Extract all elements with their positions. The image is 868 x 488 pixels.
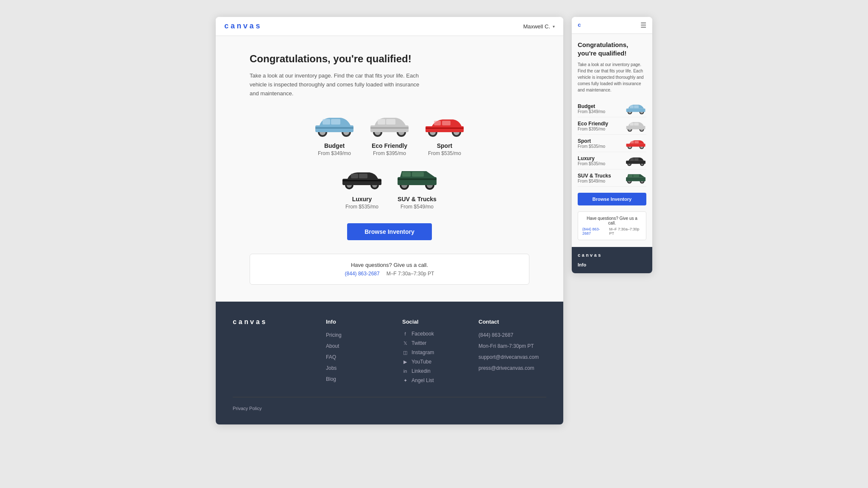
browse-inventory-button[interactable]: Browse Inventory (347, 223, 432, 240)
car-card-luxury: Luxury From $535/mo (339, 165, 385, 210)
mobile-car-info-sport: Sport From $535/mo (578, 138, 605, 149)
svg-rect-28 (342, 179, 381, 185)
car-image-sport (421, 111, 468, 139)
footer-link-facebook[interactable]: Facebook (412, 331, 434, 337)
svg-rect-44 (626, 108, 645, 112)
car-card-suv: SUV & Trucks From $549/mo (394, 165, 440, 210)
svg-rect-23 (426, 128, 464, 129)
mobile-car-name-suv: SUV & Trucks (578, 173, 611, 179)
car-card-sport: Sport From $535/mo (421, 111, 468, 156)
footer-logo-col: canvas (233, 319, 317, 387)
footer-contact-support-email[interactable]: support@drivecanvas.com (479, 354, 539, 360)
mobile-browse-inventory-button[interactable]: Browse Inventory (578, 193, 646, 205)
congrats-description: Take a look at our inventory page. Find … (250, 72, 428, 98)
browser-window: canvas Maxwell C. ▾ Congratulations, you… (216, 17, 563, 424)
footer-col-social: Social fFacebook 𝕏Twitter ◫Instagram ▶Yo… (402, 319, 470, 387)
mobile-contact-box: Have questions? Give us a call. (844) 86… (578, 211, 646, 240)
footer-link-angellist[interactable]: Angel List (412, 377, 434, 383)
svg-rect-22 (442, 121, 451, 125)
mobile-car-price-budget: From $349/mo (578, 109, 605, 114)
svg-rect-29 (351, 174, 358, 178)
mobile-contact-phone[interactable]: (844) 863-2687 (582, 227, 606, 236)
footer-bottom: Privacy Policy (233, 397, 546, 412)
footer-contact-phone[interactable]: (844) 863-2687 (479, 332, 513, 338)
mobile-congrats-desc: Take a look at our inventory page. Find … (578, 61, 646, 93)
mobile-car-price-eco: From $395/mo (578, 127, 608, 131)
footer-link-jobs[interactable]: Jobs (326, 365, 337, 371)
mobile-contact-hours: M–F 7:30a–7:30p PT (609, 227, 642, 236)
mobile-logo: c (578, 22, 582, 28)
footer-info-links: Pricing About FAQ Jobs Blog (326, 331, 394, 383)
contact-details: (844) 863-2687 M–F 7:30a–7:30p PT (260, 271, 519, 277)
car-name-suv: SUV & Trucks (398, 196, 437, 202)
mobile-header: c ☰ (572, 17, 652, 34)
svg-rect-72 (626, 177, 645, 181)
mobile-car-info-budget: Budget From $349/mo (578, 103, 605, 114)
mobile-car-info-suv: SUV & Trucks From $549/mo (578, 173, 611, 183)
mobile-car-price-suv: From $549/mo (578, 179, 611, 183)
footer-contact-press-email[interactable]: press@drivecanvas.com (479, 365, 534, 371)
mobile-congrats-title: Congratulations, you're qualified! (578, 41, 646, 57)
mobile-car-name-budget: Budget (578, 103, 605, 109)
mobile-car-row-suv: SUV & Trucks From $549/mo (578, 169, 646, 187)
svg-rect-46 (634, 105, 639, 108)
facebook-icon: f (402, 331, 408, 337)
svg-rect-14 (386, 119, 395, 125)
footer-link-linkedin[interactable]: Linkedin (412, 368, 431, 374)
contact-box: Have questions? Give us a call. (844) 86… (250, 254, 529, 285)
car-price-budget: From $349/mo (318, 150, 351, 156)
svg-rect-20 (426, 126, 464, 132)
mobile-footer: canvas Info (572, 247, 652, 273)
mobile-car-row-sport: Sport From $535/mo (578, 135, 646, 152)
privacy-policy-link[interactable]: Privacy Policy (233, 406, 262, 411)
car-price-luxury: From $535/mo (345, 204, 378, 210)
mobile-car-row-budget: Budget From $349/mo (578, 100, 646, 117)
svg-rect-45 (630, 105, 634, 108)
footer-link-faq[interactable]: FAQ (326, 354, 336, 360)
mobile-footer-logo: canvas (578, 253, 646, 258)
user-name: Maxwell C. (523, 23, 550, 30)
contact-phone[interactable]: (844) 863-2687 (345, 271, 380, 277)
car-card-eco: Eco Friendly From $395/mo (366, 111, 413, 156)
car-price-suv: From $549/mo (401, 204, 434, 210)
svg-rect-58 (626, 144, 645, 147)
angellist-icon: ✦ (402, 377, 408, 383)
mobile-contact-details: (844) 863-2687 M–F 7:30a–7:30p PT (582, 227, 642, 236)
mobile-car-price-luxury: From $535/mo (578, 161, 605, 166)
car-name-eco: Eco Friendly (372, 142, 407, 149)
car-image-luxury (339, 165, 385, 192)
footer-link-twitter[interactable]: Twitter (412, 340, 426, 346)
car-grid-bottom: Luxury From $535/mo (250, 165, 529, 210)
chevron-down-icon: ▾ (553, 24, 555, 29)
mobile-car-row-eco: Eco Friendly From $395/mo (578, 117, 646, 135)
svg-rect-73 (629, 175, 633, 177)
svg-rect-53 (634, 123, 639, 126)
mobile-car-name-eco: Eco Friendly (578, 121, 608, 127)
svg-rect-21 (434, 121, 441, 125)
svg-rect-66 (630, 158, 634, 161)
user-menu[interactable]: Maxwell C. ▾ (523, 23, 555, 30)
svg-rect-39 (398, 178, 437, 180)
svg-rect-7 (315, 127, 353, 129)
footer-link-pricing[interactable]: Pricing (326, 332, 342, 338)
footer-link-youtube[interactable]: YouTube (412, 359, 431, 365)
footer-col-info: Info Pricing About FAQ Jobs Blog (326, 319, 394, 387)
car-price-eco: From $395/mo (373, 150, 406, 156)
svg-rect-52 (630, 123, 634, 126)
svg-rect-36 (398, 177, 437, 185)
car-grid-top: Budget From $349/mo (250, 111, 529, 156)
svg-rect-6 (331, 119, 340, 125)
svg-rect-59 (631, 141, 634, 144)
mobile-main-content: Congratulations, you're qualified! Take … (572, 34, 652, 247)
footer-link-blog[interactable]: Blog (326, 376, 336, 382)
svg-rect-37 (402, 172, 411, 177)
svg-rect-30 (359, 174, 367, 178)
hamburger-icon[interactable]: ☰ (640, 21, 646, 29)
svg-rect-5 (323, 119, 330, 125)
footer-social-title: Social (402, 319, 470, 325)
footer-col-contact: Contact (844) 863-2687 Mon-Fri 8am-7:30p… (479, 319, 546, 387)
car-image-budget (311, 111, 358, 139)
footer-link-instagram[interactable]: Instagram (412, 349, 434, 355)
footer-info-title: Info (326, 319, 394, 325)
footer-link-about[interactable]: About (326, 343, 339, 349)
